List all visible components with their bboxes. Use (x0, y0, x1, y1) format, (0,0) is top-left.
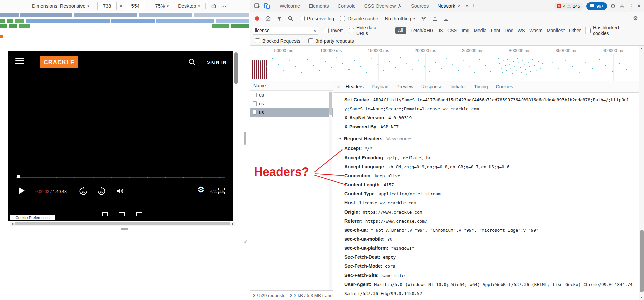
request-row[interactable]: us (250, 91, 333, 99)
progress-scrubber[interactable] (17, 175, 20, 178)
profile-icon[interactable] (619, 3, 625, 9)
devtools-settings-gear-icon[interactable]: ⚙ (610, 3, 615, 9)
has-blocked-cookies-checkbox[interactable]: Has blocked cookies (586, 25, 635, 36)
disclosure-triangle-icon[interactable]: ▼ (339, 134, 342, 143)
hamburger-menu-icon[interactable] (15, 58, 24, 64)
scrollbar-thumb[interactable] (640, 230, 644, 292)
checkbox[interactable] (300, 16, 305, 21)
media-query-bar-max-width[interactable] (0, 13, 249, 17)
checkbox[interactable] (255, 38, 260, 43)
fullscreen-icon[interactable] (218, 187, 225, 195)
export-har-icon[interactable] (443, 16, 449, 21)
filter-input[interactable] (255, 28, 313, 33)
network-settings-gear-icon[interactable]: ⚙ (633, 16, 638, 21)
media-query-bar-range[interactable] (0, 19, 249, 23)
checkbox[interactable] (586, 28, 591, 33)
details-scrollbar[interactable]: ▲ ▼ (639, 46, 644, 300)
filter-type-manifest[interactable]: Manifest (547, 28, 565, 33)
viewport-height-input[interactable] (126, 2, 145, 10)
tab-elements[interactable]: Elements (304, 0, 333, 12)
throttle-dropdown[interactable]: Desktop ▾ (178, 3, 200, 9)
media-query-bar-orange[interactable] (0, 35, 3, 38)
filter-type-doc[interactable]: Doc (505, 28, 513, 33)
tab-css-overview[interactable]: CSS Overview (360, 0, 407, 12)
zoom-dropdown[interactable]: 75% ▾ (155, 3, 169, 9)
tab-console[interactable]: Console (333, 0, 360, 12)
video-progress-bar[interactable] (16, 177, 225, 178)
dimensions-dropdown[interactable]: Dimensions: Responsive ▾ (32, 3, 89, 9)
record-button[interactable] (255, 16, 259, 21)
tab-preview[interactable]: Preview (392, 81, 417, 92)
scrollbar-thumb[interactable] (234, 52, 238, 84)
filter-funnel-icon[interactable] (277, 16, 282, 21)
feedback-badge[interactable]: 99+ (586, 2, 607, 10)
throttling-dropdown[interactable]: No throttling ▾ (385, 16, 415, 21)
close-details-icon[interactable]: × (337, 84, 340, 90)
close-tab-icon[interactable]: × (458, 4, 460, 9)
request-headers-section[interactable]: ▼ Request Headers View source (339, 134, 634, 143)
tab-timing[interactable]: Timing (470, 81, 492, 92)
name-column-header[interactable]: Name (250, 81, 333, 91)
filter-type-all[interactable]: All (395, 27, 406, 34)
invert-checkbox[interactable]: Invert (324, 28, 343, 33)
checkbox[interactable] (340, 16, 345, 21)
more-options-button[interactable]: ⋯ (221, 3, 226, 9)
pane-scrollbar-thumb[interactable] (244, 132, 246, 145)
hide-data-urls-checkbox[interactable]: H​ide data URLs (349, 25, 389, 36)
issues-counter[interactable]: ✕ 4 ⚠ 245 (554, 3, 583, 10)
filter-type-js[interactable]: JS (438, 28, 443, 33)
network-search-icon[interactable] (288, 16, 293, 21)
corner-resize-grip[interactable] (242, 239, 247, 243)
request-list-scrollbar[interactable] (329, 91, 332, 290)
volume-icon[interactable] (116, 188, 124, 194)
tab-welcome[interactable]: Welcome (275, 0, 304, 12)
filter-type-wasm[interactable]: Wasm (529, 28, 542, 33)
tab-cookies[interactable]: Cookies (492, 81, 517, 92)
clear-filter-icon[interactable]: × (313, 28, 316, 33)
filter-type-fetch-xhr[interactable]: Fetch/XHR (410, 28, 433, 33)
checkbox[interactable] (349, 28, 354, 33)
scrollbar-thumb[interactable] (329, 92, 332, 115)
tab-initiator[interactable]: Initiator (446, 81, 470, 92)
request-row-selected[interactable]: us (250, 108, 333, 117)
tab-payload[interactable]: Payload (368, 81, 393, 92)
add-tab-button[interactable]: + (472, 3, 476, 10)
import-har-icon[interactable] (432, 16, 438, 21)
crackle-logo[interactable]: CRACKLE (40, 56, 78, 68)
kebab-menu-icon[interactable]: ⋮ (628, 3, 634, 9)
scroll-up-icon[interactable]: ▲ (640, 47, 643, 50)
viewport-width-input[interactable] (97, 2, 117, 10)
emulation-horizontal-scrollbar[interactable]: ◀ ▶ (10, 222, 235, 226)
filter-type-font[interactable]: Font (491, 28, 500, 33)
scroll-down-icon[interactable]: ▼ (640, 296, 643, 299)
scroll-right-icon[interactable]: ▶ (232, 222, 234, 225)
disable-cache-checkbox[interactable]: Disable cache (340, 16, 378, 21)
tab-sources[interactable]: Sources (407, 0, 433, 12)
skip-back-10-button[interactable]: 10 (79, 187, 88, 196)
media-query-bar-min-width[interactable] (0, 24, 249, 28)
viewport-resize-handle[interactable] (121, 228, 128, 232)
inspect-element-icon[interactable] (254, 3, 261, 9)
filter-input-box[interactable]: × (253, 27, 318, 35)
close-devtools-icon[interactable]: × (637, 3, 641, 10)
third-party-requests-checkbox[interactable]: 3rd-party requests (308, 38, 354, 44)
filter-type-img[interactable]: Img (462, 28, 469, 33)
filter-type-css[interactable]: CSS (447, 28, 457, 33)
tab-response[interactable]: Response (417, 81, 446, 92)
checkbox[interactable] (308, 38, 313, 43)
network-overview-timeline[interactable]: 50000 ms 100000 ms 150000 ms 200000 ms 2… (250, 46, 644, 81)
player-settings-gear-icon[interactable]: ⚙ (197, 186, 205, 194)
filter-type-ws[interactable]: WS (517, 28, 525, 33)
request-row[interactable]: us (250, 99, 333, 108)
sign-in-button[interactable]: SIGN IN (207, 60, 227, 65)
tab-headers[interactable]: Headers (342, 81, 368, 92)
scrollbar-thumb[interactable] (15, 222, 230, 225)
clear-network-log-icon[interactable] (265, 16, 271, 22)
filter-type-media[interactable]: Media (474, 28, 486, 33)
rotate-icon[interactable] (211, 3, 216, 9)
filter-type-other[interactable]: Other (569, 28, 581, 33)
view-source-link[interactable]: View source (386, 134, 411, 143)
blocked-requests-checkbox[interactable]: Blocked Requests (255, 38, 300, 44)
cookie-preferences-button[interactable]: Cookie Preferences (10, 215, 55, 220)
network-conditions-icon[interactable] (421, 16, 427, 21)
